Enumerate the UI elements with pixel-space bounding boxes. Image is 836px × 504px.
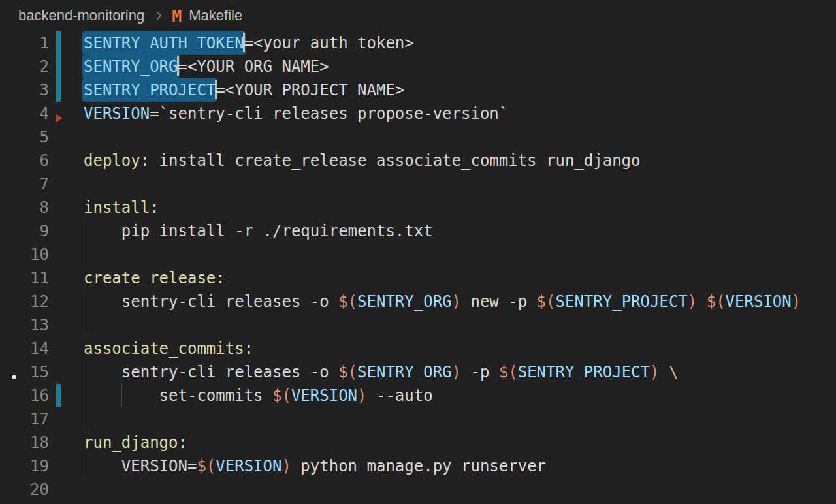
line-number[interactable]: 9 — [0, 219, 49, 243]
code-token: VERSION= — [84, 457, 197, 475]
line-number[interactable]: 10 — [0, 243, 49, 266]
code-line[interactable]: 11create_release: — [0, 266, 836, 290]
code-line[interactable]: 5 — [0, 125, 836, 149]
selected-text: SENTRY_AUTH_TOKEN — [82, 31, 246, 55]
indent-guide — [84, 313, 84, 337]
line-number[interactable]: 1 — [0, 31, 49, 55]
code-line[interactable]: 12 sentry-cli releases -o $(SENTRY_ORG) … — [0, 290, 836, 313]
code-token: install — [84, 198, 150, 217]
line-number[interactable]: 15 — [0, 360, 49, 384]
code-token: -p — [461, 363, 499, 381]
breadcrumb-file[interactable]: Makefile — [189, 7, 242, 24]
indent-guide — [84, 407, 84, 431]
red-triangle-marker — [56, 114, 63, 123]
line-number[interactable]: 6 — [0, 149, 49, 172]
code-line[interactable]: 6deploy: install create_release associat… — [0, 149, 836, 172]
code-token: new -p — [461, 292, 537, 311]
line-number[interactable]: 5 — [0, 125, 49, 149]
code-line[interactable]: 10 — [0, 243, 836, 266]
code-token: : — [216, 269, 225, 287]
code-token: SENTRY_ORG — [357, 292, 452, 311]
code-line[interactable]: 4VERSION=`sentry-cli releases propose-ve… — [0, 102, 836, 125]
breadcrumb-project[interactable]: backend-monitoring — [18, 7, 144, 24]
code-line[interactable]: 3SENTRY_PROJECT=<YOUR PROJECT NAME> — [0, 78, 836, 102]
line-number[interactable]: 3 — [0, 78, 49, 102]
line-number[interactable]: 2 — [0, 55, 49, 78]
code-line[interactable]: 2SENTRY_ORG=<YOUR ORG NAME> — [0, 55, 836, 78]
code-line[interactable]: 14associate_commits: — [0, 337, 836, 360]
code-line[interactable]: 15 sentry-cli releases -o $(SENTRY_ORG) … — [0, 360, 836, 384]
code-line[interactable]: 16 set-commits $(VERSION) --auto — [0, 384, 836, 407]
code-token: : — [178, 433, 187, 452]
code-token: VERSION — [291, 386, 357, 405]
code-token: $( — [707, 292, 726, 311]
code-token: ) — [650, 363, 659, 381]
code-token: $( — [338, 363, 357, 381]
code-text: associate_commits: — [84, 337, 253, 360]
code-token: =<YOUR ORG NAME> — [178, 57, 329, 76]
line-number[interactable]: 8 — [0, 196, 49, 219]
code-token: sentry-cli releases -o — [84, 292, 338, 311]
line-number[interactable]: 18 — [0, 431, 49, 454]
code-token: $( — [272, 386, 291, 405]
code-text: VERSION=$(VERSION) python manage.py runs… — [84, 454, 546, 478]
code-token: $( — [338, 292, 357, 311]
code-token: ) — [688, 292, 697, 311]
code-token: deploy — [84, 151, 140, 170]
code-line[interactable]: 13 — [0, 313, 836, 337]
code-token: : — [150, 198, 159, 217]
code-token: VERSION — [84, 104, 150, 123]
code-token: $( — [537, 292, 556, 311]
line-number[interactable]: 11 — [0, 266, 49, 290]
code-token: =<your_auth_token> — [244, 34, 414, 52]
code-line[interactable]: 9 pip install -r ./requirements.txt — [0, 219, 836, 243]
cursor-dot — [12, 375, 16, 379]
line-number[interactable]: 17 — [0, 407, 49, 431]
code-line[interactable]: 7 — [0, 172, 836, 196]
code-token: $( — [197, 457, 216, 475]
code-token: ) — [281, 457, 291, 475]
git-modified-indicator — [56, 78, 61, 102]
editor[interactable]: 1SENTRY_AUTH_TOKEN=<your_auth_token>2SEN… — [0, 31, 836, 504]
line-number[interactable]: 7 — [0, 172, 49, 196]
code-line[interactable]: 8install: — [0, 196, 836, 219]
line-number[interactable]: 12 — [0, 290, 49, 313]
code-line[interactable]: 18run_django: — [0, 431, 836, 454]
code-token: VERSION — [726, 292, 792, 311]
code-token: python manage.py runserver — [291, 457, 546, 475]
code-text: SENTRY_AUTH_TOKEN=<your_auth_token> — [84, 31, 414, 55]
git-modified-indicator — [56, 384, 61, 407]
code-text: set-commits $(VERSION) --auto — [84, 384, 433, 407]
code-line[interactable]: 20 — [0, 478, 836, 501]
code-token: $( — [499, 363, 518, 381]
code-line[interactable]: 17 — [0, 407, 836, 431]
code-token: ) — [792, 292, 801, 311]
line-number[interactable]: 19 — [0, 454, 49, 478]
code-token: create_release — [84, 269, 216, 287]
line-number[interactable]: 14 — [0, 337, 49, 360]
code-token: : install create_release associate_commi… — [140, 151, 641, 170]
line-number[interactable]: 13 — [0, 313, 49, 337]
code-token: =<YOUR PROJECT NAME> — [216, 81, 404, 99]
line-number[interactable]: 4 — [0, 102, 49, 125]
code-token: associate_commits — [84, 339, 244, 358]
code-token: =`sentry-cli releases propose-version` — [150, 104, 508, 123]
code-token: ) — [452, 292, 461, 311]
code-line[interactable]: 1SENTRY_AUTH_TOKEN=<your_auth_token> — [0, 31, 836, 55]
code-token: : — [244, 339, 253, 358]
makefile-icon: M — [172, 8, 182, 24]
code-text: deploy: install create_release associate… — [84, 149, 641, 172]
code-text: run_django: — [84, 431, 187, 454]
code-text: sentry-cli releases -o $(SENTRY_ORG) -p … — [84, 360, 678, 384]
code-line[interactable]: 19 VERSION=$(VERSION) python manage.py r… — [0, 454, 836, 478]
code-text: pip install -r ./requirements.txt — [84, 219, 433, 243]
code-token: --auto — [367, 386, 433, 405]
breadcrumb: backend-monitoring M Makefile — [0, 0, 836, 31]
code-text: create_release: — [84, 266, 225, 290]
code-token: SENTRY_PROJECT — [556, 292, 688, 311]
line-number[interactable]: 20 — [0, 478, 49, 501]
code-token: run_django — [84, 433, 178, 452]
line-number[interactable]: 16 — [0, 384, 49, 407]
code-token: set-commits — [84, 386, 272, 405]
code-text: SENTRY_PROJECT=<YOUR PROJECT NAME> — [84, 78, 404, 102]
